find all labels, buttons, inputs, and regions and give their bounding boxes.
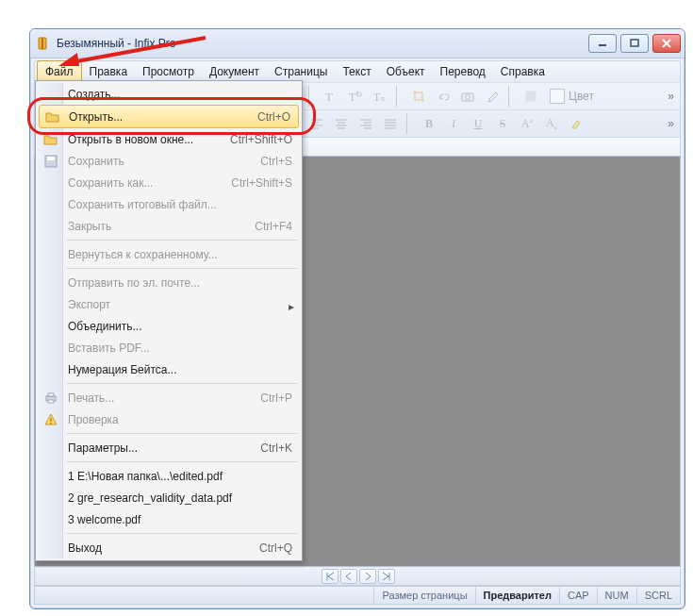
fill-icon[interactable] [519, 85, 543, 108]
svg-text:T: T [325, 90, 333, 104]
maximize-button[interactable] [620, 34, 649, 53]
svg-rect-17 [48, 393, 54, 396]
subscript-icon[interactable]: Aa [539, 112, 564, 135]
menu-help[interactable]: Справка [493, 61, 553, 82]
menu-item-exit[interactable]: Выход Ctrl+Q [38, 537, 300, 558]
menu-label: Текст [342, 65, 371, 78]
folder-open-icon [44, 108, 61, 125]
menu-document[interactable]: Документ [202, 61, 267, 82]
minimize-button[interactable] [588, 34, 617, 53]
menu-separator [66, 383, 298, 384]
menu-bar: Файл Правка Просмотр Документ Страницы Т… [34, 60, 681, 82]
menu-edit[interactable]: Правка [82, 61, 136, 82]
status-bar: Размер страницы Предварител CAP NUM SCRL [34, 586, 681, 605]
link-icon[interactable] [431, 85, 455, 108]
svg-point-20 [50, 423, 52, 425]
file-menu-dropdown: Создать... Открыть... Ctrl+O Открыть в н… [35, 80, 303, 561]
menu-separator [66, 461, 298, 462]
close-button[interactable] [652, 34, 681, 53]
svg-rect-3 [631, 40, 638, 46]
underline-icon[interactable]: U [466, 112, 490, 135]
menu-item-send-email[interactable]: Отправить по эл. почте... [38, 272, 300, 293]
next-page-icon[interactable] [359, 569, 376, 584]
menu-separator [66, 433, 298, 434]
menu-item-save[interactable]: Сохранить Ctrl+S [38, 150, 300, 172]
warning-icon [42, 411, 59, 428]
color-label: Цвет [569, 90, 594, 103]
align-right-icon[interactable] [354, 112, 378, 135]
title-bar: Безымянный - Infix Pro [30, 29, 685, 58]
menu-label: Объект [387, 65, 425, 78]
menu-label: Справка [501, 65, 545, 78]
menu-separator [66, 240, 298, 241]
last-page-icon[interactable] [378, 569, 395, 584]
menu-item-save-as[interactable]: Сохранить как... Ctrl+Shift+S [38, 172, 300, 193]
menu-translate[interactable]: Перевод [433, 61, 493, 82]
strike-icon[interactable]: S [490, 112, 515, 135]
menu-item-recent-3[interactable]: 3 welcome.pdf [38, 508, 300, 530]
menu-item-save-final[interactable]: Сохранить итоговый файл... [38, 193, 300, 215]
first-page-icon[interactable] [322, 569, 338, 584]
menu-separator [66, 533, 298, 534]
bold-icon[interactable]: B [417, 112, 441, 135]
toolbar-overflow-icon[interactable]: » [664, 90, 678, 103]
app-icon [36, 36, 51, 51]
menu-item-close[interactable]: Закрыть Ctrl+F4 [38, 215, 300, 237]
menu-object[interactable]: Объект [379, 61, 433, 82]
crop-icon[interactable] [406, 85, 431, 108]
menu-label: Файл [45, 65, 74, 78]
menu-item-open[interactable]: Открыть... Ctrl+O [39, 105, 299, 128]
menu-separator [66, 268, 298, 269]
svg-text:s: s [381, 94, 385, 103]
menu-item-revert[interactable]: Вернуться к сохраненному... [38, 243, 300, 265]
folder-open-icon [42, 131, 59, 148]
svg-rect-18 [48, 400, 54, 403]
menu-file[interactable]: Файл [37, 60, 82, 82]
menu-view[interactable]: Просмотр [135, 61, 202, 82]
window-title: Безымянный - Infix Pro [57, 37, 588, 50]
menu-item-bates[interactable]: Нумерация Бейтса... [38, 358, 300, 380]
menu-label: Страницы [274, 65, 327, 78]
svg-rect-13 [526, 92, 536, 101]
text-rotate-icon[interactable]: T↻ [343, 85, 368, 108]
svg-text:T: T [373, 91, 381, 104]
status-preview[interactable]: Предварител [475, 587, 559, 604]
menu-item-new[interactable]: Создать... [38, 83, 300, 105]
align-left-icon[interactable] [305, 112, 329, 135]
status-cap: CAP [559, 587, 597, 604]
italic-icon[interactable]: I [441, 112, 466, 135]
menu-item-preferences[interactable]: Параметры... Ctrl+K [38, 437, 300, 458]
menu-item-recent-2[interactable]: 2 gre_research_validity_data.pdf [38, 487, 300, 508]
submenu-arrow-icon: ▸ [289, 300, 294, 313]
superscript-icon[interactable]: Aa [515, 112, 539, 135]
prev-page-icon[interactable] [340, 569, 357, 584]
menu-label: Документ [209, 65, 259, 78]
menu-label: Просмотр [142, 65, 194, 78]
menu-item-recent-1[interactable]: 1 E:\Новая папка\...\edited.pdf [38, 465, 300, 487]
printer-icon [42, 390, 59, 407]
status-scrl: SCRL [636, 587, 680, 604]
menu-item-preflight[interactable]: Проверка [38, 408, 300, 430]
text-scale-icon[interactable]: Ts [368, 85, 392, 108]
svg-point-12 [466, 95, 470, 100]
menu-item-export[interactable]: Экспорт ▸ [38, 293, 300, 315]
toolbar-overflow-icon[interactable]: » [664, 117, 678, 130]
camera-icon[interactable] [455, 85, 480, 108]
menu-label: Перевод [440, 65, 486, 78]
menu-item-open-new-window[interactable]: Открыть в новом окне... Ctrl+Shift+O [38, 128, 300, 150]
menu-item-merge[interactable]: Объединить... [38, 315, 300, 337]
menu-item-print[interactable]: Печать... Ctrl+P [38, 387, 300, 408]
menu-pages[interactable]: Страницы [267, 61, 335, 82]
save-icon [42, 153, 59, 170]
svg-rect-1 [41, 38, 43, 49]
eyedropper-icon[interactable] [480, 85, 504, 108]
page-nav-bar [34, 568, 681, 586]
text-tool-icon[interactable]: T [319, 85, 343, 108]
menu-text[interactable]: Текст [335, 61, 378, 82]
color-picker[interactable]: Цвет [543, 85, 601, 108]
highlight-icon[interactable] [564, 112, 588, 135]
align-justify-icon[interactable] [378, 112, 403, 135]
align-center-icon[interactable] [329, 112, 354, 135]
menu-item-insert-pdf[interactable]: Вставить PDF... [38, 337, 300, 358]
menu-label: Правка [90, 65, 128, 78]
